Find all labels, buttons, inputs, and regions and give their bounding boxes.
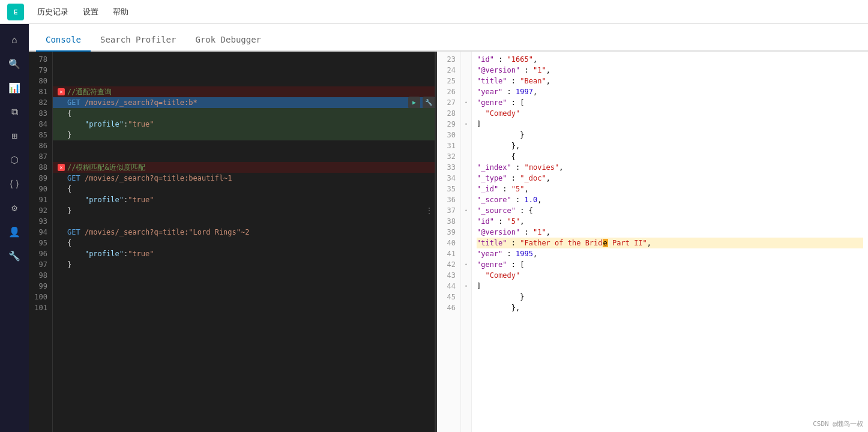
code-line-97: } bbox=[53, 259, 437, 270]
resp-line-25: "title" : "Bean", bbox=[477, 76, 863, 86]
run-button[interactable]: ▶ bbox=[408, 97, 420, 109]
tab-bar: Console Search Profiler Grok Debugger bbox=[29, 24, 868, 52]
resp-line-35: "_id" : "5", bbox=[477, 184, 863, 194]
code-line-81: ✕ //通配符查询 bbox=[53, 86, 437, 97]
sidebar-icon-puzzle[interactable]: ⬡ bbox=[4, 149, 25, 170]
app-logo: E bbox=[7, 4, 24, 20]
code-line-88: ✕ //模糊匹配&近似度匹配 bbox=[53, 162, 437, 173]
top-bar: E 历史记录 设置 帮助 bbox=[0, 0, 868, 24]
sidebar-icon-search[interactable]: 🔍 bbox=[4, 53, 25, 74]
watermark: CSDN @懒鸟一叔 bbox=[813, 419, 863, 428]
code-line-100 bbox=[53, 292, 437, 302]
line-numbers: 78 79 80 81 82 83 84 85 86 87 88 89 90 9… bbox=[29, 52, 53, 432]
resp-line-38: "id" : "5", bbox=[477, 216, 863, 227]
code-line-80 bbox=[53, 76, 437, 86]
sidebar-icon-chart[interactable]: 📊 bbox=[4, 77, 25, 98]
app-body: ⌂ 🔍 📊 ⧉ ⊞ ⬡ ⟨⟩ ⚙ 👤 🔧 Console Search Prof… bbox=[0, 24, 868, 432]
resp-line-29: ] bbox=[477, 119, 863, 130]
tab-console[interactable]: Console bbox=[36, 29, 91, 52]
resp-line-26: "year" : 1997, bbox=[477, 86, 863, 97]
code-line-95: { bbox=[53, 238, 437, 248]
resp-line-30: } bbox=[477, 130, 863, 140]
tab-grok-debugger[interactable]: Grok Debugger bbox=[185, 29, 271, 52]
code-line-98 bbox=[53, 270, 437, 281]
response-content: 23 24 25 26 27 28 29 30 31 32 33 34 35 3… bbox=[437, 52, 868, 432]
run-toolbar: ▶ 🔧 bbox=[408, 97, 435, 109]
code-line-83: { bbox=[53, 108, 437, 119]
right-pane: 23 24 25 26 27 28 29 30 31 32 33 34 35 3… bbox=[437, 52, 868, 432]
sidebar-icon-home[interactable]: ⌂ bbox=[4, 29, 25, 50]
code-line-90: { bbox=[53, 184, 437, 194]
nav-help[interactable]: 帮助 bbox=[107, 4, 134, 20]
left-pane: 78 79 80 81 82 83 84 85 86 87 88 89 90 9… bbox=[29, 52, 437, 432]
code-line-82: GET /movies/_search?q=title:b* ▶ 🔧 bbox=[53, 97, 437, 108]
resp-line-32: { bbox=[477, 151, 863, 162]
resp-line-27: "genre" : [ bbox=[477, 97, 863, 108]
code-line-96: "profile":"true" bbox=[53, 248, 437, 259]
drag-handle-dots: ⋮ bbox=[425, 205, 433, 216]
error-indicator-88: ✕ bbox=[58, 164, 65, 171]
code-line-101 bbox=[53, 302, 437, 313]
fold-indicators: • • • • bbox=[461, 52, 472, 432]
code-line-87 bbox=[53, 151, 437, 162]
resp-line-41: "year" : 1995, bbox=[477, 248, 863, 259]
resp-line-37: "_source" : { bbox=[477, 205, 863, 216]
code-line-85: } bbox=[53, 130, 437, 140]
resp-line-31: }, bbox=[477, 140, 863, 151]
resp-line-44: ] bbox=[477, 281, 863, 292]
code-line-99 bbox=[53, 281, 437, 292]
sidebar-icon-user[interactable]: 👤 bbox=[4, 221, 25, 242]
code-line-86 bbox=[53, 140, 437, 151]
sidebar-icon-layers[interactable]: ⧉ bbox=[4, 101, 25, 122]
resp-line-36: "_score" : 1.0, bbox=[477, 194, 863, 205]
sidebar-icon-wrench[interactable]: 🔧 bbox=[4, 245, 25, 266]
icon-sidebar: ⌂ 🔍 📊 ⧉ ⊞ ⬡ ⟨⟩ ⚙ 👤 🔧 bbox=[0, 24, 29, 432]
resp-line-46: }, bbox=[477, 302, 863, 313]
code-line-94: GET /movies/_search?q=title:"Lord Rings"… bbox=[53, 227, 437, 238]
resp-line-45: } bbox=[477, 292, 863, 302]
sidebar-icon-grid[interactable]: ⊞ bbox=[4, 125, 25, 146]
wrench-button[interactable]: 🔧 bbox=[423, 97, 435, 109]
code-editor[interactable]: ✕ //通配符查询 GET /movies/_search?q=title:b*… bbox=[53, 52, 437, 432]
main-content: Console Search Profiler Grok Debugger 78… bbox=[29, 24, 868, 432]
resp-line-28: "Comedy" bbox=[477, 108, 863, 119]
resp-line-33: "_index" : "movies", bbox=[477, 162, 863, 173]
code-line-78 bbox=[53, 54, 437, 65]
code-line-92: } ⋮ bbox=[53, 205, 437, 216]
editor-area: 78 79 80 81 82 83 84 85 86 87 88 89 90 9… bbox=[29, 52, 868, 432]
code-line-79 bbox=[53, 65, 437, 76]
resp-line-40: "title" : "Father of the Bride Part II", bbox=[477, 238, 863, 248]
sidebar-icon-dev[interactable]: ⟨⟩ bbox=[4, 173, 25, 194]
svg-text:E: E bbox=[14, 9, 18, 16]
code-line-93 bbox=[53, 216, 437, 227]
resp-line-39: "@version" : "1", bbox=[477, 227, 863, 238]
sidebar-icon-settings[interactable]: ⚙ bbox=[4, 197, 25, 218]
code-line-84: "profile":"true" bbox=[53, 119, 437, 130]
nav-settings[interactable]: 设置 bbox=[77, 4, 104, 20]
resp-line-43: "Comedy" bbox=[477, 270, 863, 281]
resp-line-24: "@version" : "1", bbox=[477, 65, 863, 76]
resp-code: "id" : "1665", "@version" : "1", "title"… bbox=[472, 52, 868, 432]
resp-line-42: "genre" : [ bbox=[477, 259, 863, 270]
pane-resize-handle[interactable] bbox=[435, 52, 437, 432]
tab-search-profiler[interactable]: Search Profiler bbox=[91, 29, 185, 52]
code-line-91: "profile":"true" bbox=[53, 194, 437, 205]
resp-line-34: "_type" : "_doc", bbox=[477, 173, 863, 184]
code-line-89: GET /movies/_search?q=title:beautifl~1 bbox=[53, 173, 437, 184]
resp-line-numbers: 23 24 25 26 27 28 29 30 31 32 33 34 35 3… bbox=[437, 52, 461, 432]
nav-history[interactable]: 历史记录 bbox=[31, 4, 74, 20]
resp-line-23: "id" : "1665", bbox=[477, 54, 863, 65]
error-indicator-81: ✕ bbox=[58, 88, 65, 95]
